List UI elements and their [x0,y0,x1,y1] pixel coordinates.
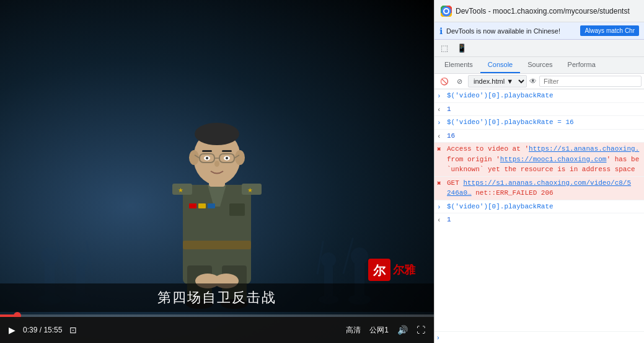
svg-text:尔: 尔 [373,264,386,277]
svg-point-46 [226,157,228,159]
svg-rect-48 [222,150,232,152]
subtitle-text: 第四场自卫反击战 [157,290,276,305]
device-toggle-button[interactable]: 📱 [453,41,470,55]
fullscreen-icon: ⛶ [417,325,425,335]
time-display: 0:39 / 15:55 [23,326,62,334]
console-error-line: ✖ GET https://s1.ananas.chaoxing.com/vid… [434,177,644,200]
play-button[interactable]: ▶ [7,324,17,336]
inspect-element-button[interactable]: ⬚ [437,41,452,55]
error-origin-link[interactable]: https://mooc1.chaoxing.com [500,156,607,163]
chrome-icon [441,6,452,17]
svg-point-14 [321,252,336,267]
prompt-icon: › [437,91,441,102]
console-text: $('video')[0].playbackRate [447,202,642,212]
console-line: ‹ 16 [434,130,644,143]
svg-point-36 [189,150,199,165]
match-chrome-button[interactable]: Always match Chr [580,25,639,36]
input-prompt: › [437,334,439,341]
file-context-select[interactable]: index.html ▼ [468,75,527,87]
prompt-icon: ‹ [437,215,441,226]
svg-point-44 [206,157,208,159]
screenshot-icon: ⊡ [69,325,77,335]
info-icon: ℹ [439,26,443,36]
devtools-title: DevTools - mooc1.chaoxing.com/mycourse/s… [456,7,630,16]
svg-rect-29 [208,203,215,208]
prompt-icon: › [437,118,441,128]
console-input[interactable] [447,334,642,341]
svg-point-54 [444,9,448,13]
console-input-line: › [434,331,644,343]
prompt-icon: › [437,202,441,213]
console-line: ‹ 1 [434,213,644,226]
svg-text:★: ★ [247,187,253,194]
tab-elements[interactable]: Elements [437,57,480,73]
svg-point-37 [235,150,245,165]
screenshot-button[interactable]: ⊡ [68,324,78,336]
watermark: 尔 尔雅 [368,259,415,281]
svg-rect-21 [183,241,251,249]
svg-rect-28 [198,203,206,208]
svg-point-2 [41,247,58,265]
filter-left-controls: 🚫 ⊘ [437,76,465,87]
watermark-logo: 尔 [368,259,390,281]
tab-performance[interactable]: Performa [560,57,603,73]
controls-bar: ▶ 0:39 / 15:55 ⊡ 高清 公网1 🔊 ⛶ [0,317,434,343]
devtools-toolbar: ⬚ 📱 [434,40,644,57]
prompt-icon: ‹ [437,131,441,142]
svg-point-49 [214,161,219,167]
console-filter-icon-button[interactable]: ⊘ [454,76,465,87]
console-text: 1 [447,215,642,225]
svg-text:★: ★ [178,187,183,194]
subtitle-bar: 第四场自卫反击战 [0,283,434,312]
console-text: $('video')[0].playbackRate [447,91,642,101]
network-label: 公网1 [369,325,389,336]
console-text: GET https://s1.ananas.chaoxing.com/video… [447,178,642,198]
tab-console[interactable]: Console [480,57,520,73]
devtools-titlebar: DevTools - mooc1.chaoxing.com/mycourse/s… [434,0,644,22]
console-text: 1 [447,104,642,115]
video-area[interactable]: ★ ★ [0,0,434,343]
console-text: Access to video at 'https://s1.ananas.ch… [447,144,642,175]
console-line: › $('video')[0].playbackRate = 16 [434,116,644,130]
prompt-icon: ‹ [437,105,441,115]
devtools-info-banner: ℹ DevTools is now available in Chinese! … [434,22,644,40]
quality-button[interactable]: 高清 [345,324,362,337]
watermark-text: 尔雅 [393,262,415,277]
console-error-line: ✖ Access to video at 'https://s1.ananas.… [434,143,644,177]
tab-sources[interactable]: Sources [520,57,560,73]
svg-rect-27 [189,203,196,208]
devtools-info-text: DevTools is now available in Chinese! [446,27,576,35]
svg-point-35 [195,123,239,145]
person-figure: ★ ★ [149,98,285,309]
error-icon: ✖ [437,145,441,155]
volume-button[interactable]: 🔊 [396,324,409,336]
console-clear-button[interactable]: 🚫 [437,76,452,87]
console-text: $('video')[0].playbackRate = 16 [447,117,642,128]
eye-icon: 👁 [529,77,537,86]
error-link[interactable]: https://s1.ananas.chaoxing. [529,145,639,153]
error-get-link[interactable]: https://s1.ananas.chaoxing.com/video/c8/… [447,179,631,197]
inspect-icon: ⬚ [441,43,448,53]
quality-label: 高清 [346,325,361,336]
devtools-panel: DevTools - mooc1.chaoxing.com/mycourse/s… [434,0,644,343]
console-line: › $('video')[0].playbackRate [434,89,644,103]
volume-icon: 🔊 [397,325,408,335]
console-line: › $('video')[0].playbackRate [434,200,644,214]
devtools-tabs: Elements Console Sources Performa [434,57,644,74]
play-icon: ▶ [9,325,15,335]
console-filter-input[interactable] [539,76,642,87]
fullscreen-button[interactable]: ⛶ [415,324,426,336]
console-output[interactable]: › $('video')[0].playbackRate ‹ 1 › $('vi… [434,89,644,331]
network-button[interactable]: 公网1 [368,324,390,337]
console-filter-bar: 🚫 ⊘ index.html ▼ 👁 [434,74,644,89]
clear-icon: 🚫 [440,78,449,86]
error-icon: ✖ [437,179,441,189]
device-icon: 📱 [457,43,467,53]
video-player: ★ ★ [0,0,434,343]
console-text: 16 [447,131,642,141]
svg-rect-47 [202,150,212,152]
console-line: ‹ 1 [434,103,644,117]
svg-point-10 [351,247,368,265]
svg-rect-30 [229,203,245,216]
svg-point-6 [73,252,88,267]
